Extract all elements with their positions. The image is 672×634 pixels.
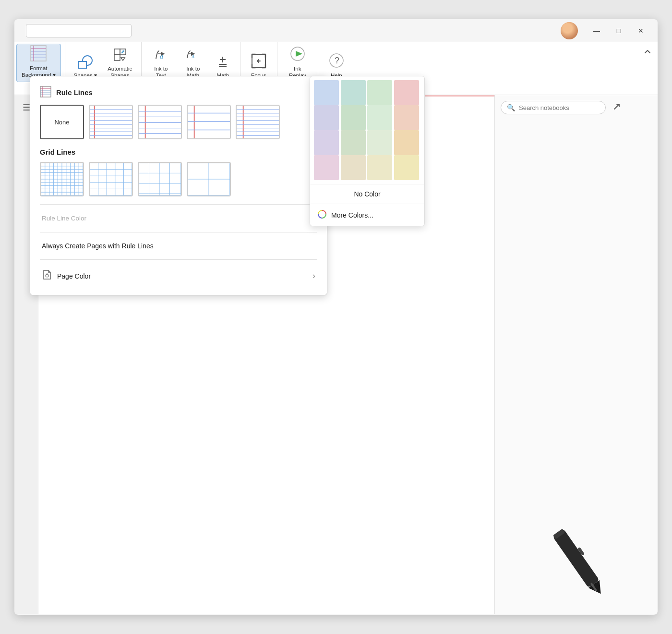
title-bar-left: [20, 24, 561, 37]
ink-math-icon: π: [185, 47, 201, 64]
more-colors-button[interactable]: More Colors...: [310, 204, 424, 226]
close-button[interactable]: ✕: [630, 23, 652, 38]
none-label: None: [54, 119, 69, 126]
page-color-row[interactable]: Page Color ›: [40, 265, 317, 287]
color-swatch[interactable]: [394, 155, 419, 180]
page-color-icon: [42, 269, 52, 282]
color-swatch[interactable]: [367, 130, 392, 155]
color-picker-popup: No Color More Colors...: [310, 76, 425, 226]
grid-lines-row: [40, 162, 317, 196]
no-color-button[interactable]: No Color: [310, 184, 424, 204]
svg-rect-10: [114, 49, 120, 55]
grid-option-small[interactable]: [40, 162, 84, 196]
color-swatch[interactable]: [367, 155, 392, 180]
svg-rect-8: [79, 61, 86, 68]
format-background-icon: [30, 45, 47, 63]
color-swatch[interactable]: [314, 105, 339, 130]
rule-option-none[interactable]: None: [40, 105, 84, 139]
search-icon: 🔍: [507, 104, 515, 111]
color-swatch[interactable]: [367, 80, 392, 105]
grid-option-xlarge[interactable]: [187, 162, 231, 196]
color-swatch[interactable]: [314, 130, 339, 155]
color-swatch[interactable]: [394, 80, 419, 105]
page-color-arrow: ›: [312, 271, 315, 281]
divider-1: [40, 204, 317, 205]
rule-option-wide[interactable]: [187, 105, 231, 139]
replay-icon: [289, 45, 306, 64]
divider-2: [40, 232, 317, 232]
more-colors-icon: [318, 210, 326, 220]
svg-text:?: ?: [335, 56, 339, 65]
main-window: — □ ✕: [14, 19, 658, 615]
color-grid: [310, 76, 424, 184]
svg-rect-25: [40, 86, 51, 97]
svg-rect-83: [90, 163, 132, 195]
more-colors-label: More Colors...: [331, 211, 373, 219]
ribbon-collapse-button[interactable]: [643, 47, 652, 94]
right-panel-header: 🔍: [495, 95, 658, 120]
color-swatch[interactable]: [394, 130, 419, 155]
svg-rect-31: [90, 106, 132, 138]
color-swatch[interactable]: [341, 130, 366, 155]
rule-lines-icon: [40, 86, 51, 99]
rule-lines-label: Rule Lines: [56, 88, 93, 97]
color-swatch[interactable]: [367, 105, 392, 130]
grid-option-large[interactable]: [138, 162, 182, 196]
title-search[interactable]: [26, 24, 132, 37]
svg-rect-93: [139, 163, 181, 195]
title-bar: — □ ✕: [14, 19, 658, 42]
color-swatch[interactable]: [341, 155, 366, 180]
rule-line-color-label: Rule Line Color: [42, 215, 86, 222]
color-swatch[interactable]: [394, 105, 419, 130]
color-swatch[interactable]: [341, 105, 366, 130]
always-create-row[interactable]: Always Create Pages with Rule Lines: [40, 237, 317, 255]
page-color-left: Page Color: [42, 269, 91, 282]
search-notebooks-container: 🔍: [501, 101, 606, 114]
color-swatch[interactable]: [314, 80, 339, 105]
page-color-label: Page Color: [57, 272, 91, 280]
grid-lines-title: Grid Lines: [40, 148, 317, 156]
rule-line-color-row[interactable]: Rule Line Color ›: [40, 209, 317, 227]
minimize-button[interactable]: —: [586, 23, 608, 38]
maximize-button[interactable]: □: [608, 23, 630, 38]
ink-text-icon: a: [153, 47, 168, 64]
expand-icon[interactable]: [612, 102, 621, 113]
grid-lines-label: Grid Lines: [40, 148, 75, 156]
avatar[interactable]: [561, 22, 578, 39]
divider-3: [40, 259, 317, 260]
rule-option-narrow[interactable]: [89, 105, 133, 139]
grid-option-medium[interactable]: [89, 162, 133, 196]
format-background-dropdown: Rule Lines None: [30, 76, 327, 295]
svg-rect-0: [31, 46, 46, 61]
auto-shapes-icon: [112, 47, 128, 64]
svg-marker-22: [296, 51, 302, 57]
rule-lines-title: Rule Lines: [40, 86, 317, 99]
rule-lines-row: None: [40, 105, 317, 139]
rule-option-college[interactable]: [138, 105, 182, 139]
always-create-label: Always Create Pages with Rule Lines: [42, 242, 154, 250]
focus-icon: [251, 53, 267, 71]
svg-text:π: π: [192, 52, 194, 59]
math-icon: [215, 54, 230, 71]
svg-point-105: [46, 274, 48, 277]
search-notebooks-input[interactable]: [519, 104, 600, 111]
svg-rect-12: [114, 55, 120, 61]
rule-option-single[interactable]: [236, 105, 280, 139]
right-panel: 🔍: [494, 95, 658, 614]
help-icon: ?: [328, 52, 345, 71]
color-swatch[interactable]: [341, 80, 366, 105]
color-swatch[interactable]: [314, 155, 339, 180]
shapes-icon: [78, 54, 93, 71]
